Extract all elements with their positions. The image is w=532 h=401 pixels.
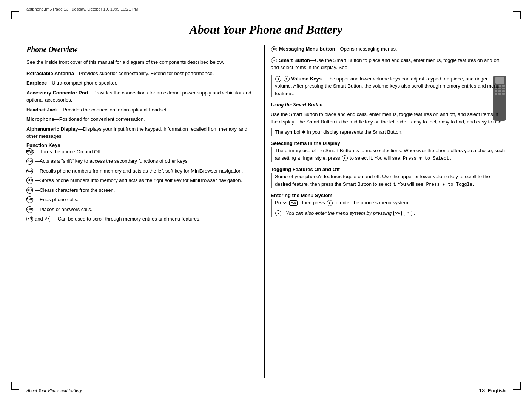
fkey-end: END —Ends phone calls. <box>26 196 256 204</box>
power-icon: PWR <box>26 148 33 155</box>
footer-italic-text: About Your Phone and Battery <box>26 388 476 393</box>
header-text: abtphone.fm5 Page 13 Tuesday, October 19… <box>26 7 138 11</box>
using-smart-button-title: Using the Smart Button <box>271 101 506 109</box>
corner-mark-br <box>509 378 521 390</box>
send-icon: SND <box>26 206 33 213</box>
footer-language: English <box>488 388 506 393</box>
left-column: Phone Overview See the inside front cove… <box>26 45 256 378</box>
page-title: About Your Phone and Battery <box>0 23 532 37</box>
smart-button-icon: ● <box>271 57 277 63</box>
smart-button-symbol-note: The symbol ✱ in your display represents … <box>275 128 506 136</box>
item-accessory-port: Accessory Connector Port—Provides the co… <box>26 89 256 104</box>
footer-page-number: 13 <box>479 387 485 393</box>
item-label-antenna: Retractable Antenna <box>26 71 74 76</box>
item-earpiece: Earpiece—Ultra-compact phone speaker. <box>26 79 256 87</box>
scroll-right-icon: #► <box>45 216 51 222</box>
end-icon: END <box>26 196 33 203</box>
using-smart-button-section: Using the Smart Button Use the Smart But… <box>271 101 506 136</box>
intro-text: See the inside front cover of this manua… <box>26 59 256 66</box>
item-label-microphone: Microphone <box>26 116 54 122</box>
corner-mark-tr <box>509 11 521 23</box>
fkey-send: SND —Places or answers calls. <box>26 206 256 213</box>
fkey-scroll: ◄✱ and #► —Can be used to scroll through… <box>26 215 256 223</box>
selecting-items-text: The primary use of the Smart Button is t… <box>275 147 506 162</box>
fkey-power: PWR —Turns the phone On and Off. <box>26 148 256 156</box>
function-keys-heading: Function Keys <box>26 142 256 148</box>
selecting-items-title: Selecting Items in the Display <box>271 140 506 147</box>
corner-mark-tl <box>11 11 23 23</box>
section-title-phone-overview: Phone Overview <box>26 45 256 54</box>
dot-key-icon: ● <box>327 200 333 206</box>
item-label-earpiece: Earpiece <box>26 80 47 86</box>
item-retractable-antenna: Retractable Antenna—Provides superior co… <box>26 70 256 77</box>
fcn-icon-note: FCN <box>393 211 402 216</box>
right-column: ✉ Messaging Menu button—Opens messaging … <box>264 45 506 378</box>
footer: About Your Phone and Battery 13 English <box>26 385 506 393</box>
item-display: Alphanumeric Display—Displays your input… <box>26 125 256 140</box>
entering-menu-section: Entering the Menu System Press FCN , the… <box>271 192 506 217</box>
smart-button-intro-section: ● Smart Button—Use the Smart Button to p… <box>271 57 506 71</box>
smart-button-label: Smart Button <box>279 57 310 63</box>
item-label-headset: Headset Jack <box>26 107 58 113</box>
item-label-accessory: Accessory Connector Port <box>26 90 88 96</box>
fkey-rcl: RCL —Recalls phone numbers from memory a… <box>26 167 256 175</box>
messaging-icon: ✉ <box>271 46 277 52</box>
toggling-title: Toggling Features On and Off <box>271 166 506 173</box>
header: abtphone.fm5 Page 13 Tuesday, October 19… <box>26 7 506 13</box>
item-label-display: Alphanumeric Display <box>26 126 78 132</box>
selecting-items-content: The primary use of the Smart Button is t… <box>271 147 506 162</box>
dot-icon-note: ● <box>275 210 281 216</box>
fkey-sto: STO —Stores phone numbers into memory an… <box>26 177 256 184</box>
main-content: Phone Overview See the inside front cove… <box>26 45 506 378</box>
entering-menu-note: ● You can also enter the menu system by … <box>275 210 506 217</box>
messaging-button-label: Messaging Menu button <box>279 46 335 52</box>
selecting-items-section: Selecting Items in the Display The prima… <box>271 140 506 162</box>
toggle-monospace: Press ✱ to Toggle. <box>426 182 475 187</box>
clr-icon: CLR <box>26 187 33 194</box>
using-smart-button-para1: Use the Smart Button to place and end ca… <box>271 111 506 125</box>
volume-down-icon: ▼ <box>284 76 290 82</box>
messaging-button-section: ✉ Messaging Menu button—Opens messaging … <box>271 45 506 53</box>
scroll-left-icon: ◄✱ <box>26 216 33 222</box>
toggling-text: Some of your phone's features toggle on … <box>275 173 506 188</box>
entering-menu-title: Entering the Menu System <box>271 192 506 199</box>
fcn-key-icon: FCN <box>289 200 298 206</box>
one-icon-note: 1 <box>404 211 412 216</box>
volume-keys-section: ▲ ▼ Volume Keys—The upper and lower volu… <box>271 75 506 97</box>
fcn-icon: FCN <box>26 158 33 165</box>
volume-up-icon: ▲ <box>275 76 281 82</box>
toggling-features-section: Toggling Features On and Off Some of you… <box>271 166 506 188</box>
rcl-icon: RCL <box>26 168 33 174</box>
fkey-clr: CLR —Clears characters from the screen. <box>26 187 256 194</box>
entering-menu-text: Press FCN , then press ● to enter the ph… <box>275 199 506 207</box>
footer-book-title: About Your Phone and Battery <box>26 388 82 393</box>
select-monospace: Press ✱ to Select. <box>403 156 452 161</box>
item-headset-jack: Headset Jack—Provides the connection for… <box>26 106 256 114</box>
fkey-fcn: FCN —Acts as a "shift" key to access the… <box>26 157 256 165</box>
volume-keys-label: Volume Keys <box>291 76 322 82</box>
corner-mark-bl <box>11 378 23 390</box>
select-dot-icon: ● <box>342 155 348 161</box>
toggling-content: Some of your phone's features toggle on … <box>271 173 506 188</box>
smart-button-note: The symbol ✱ in your display represents … <box>271 128 506 136</box>
item-microphone: Microphone—Positioned for convenient con… <box>26 116 256 123</box>
function-keys-section: Function Keys PWR —Turns the phone On an… <box>26 142 256 223</box>
entering-menu-content: Press FCN , then press ● to enter the ph… <box>271 199 506 217</box>
sto-icon: STO <box>26 177 33 184</box>
